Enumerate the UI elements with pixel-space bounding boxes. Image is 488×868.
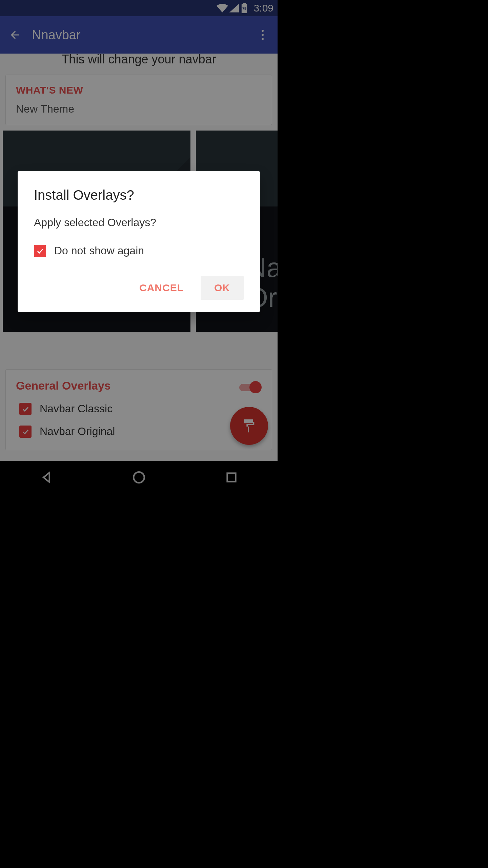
dialog-checkbox-row[interactable]: Do not show again [34,244,244,257]
dialog-checkbox-label: Do not show again [54,244,144,257]
checkbox-icon[interactable] [34,245,46,257]
dialog-message: Apply selected Overlays? [34,216,244,229]
install-overlays-dialog: Install Overlays? Apply selected Overlay… [18,171,260,312]
cancel-button[interactable]: CANCEL [132,276,191,300]
ok-button[interactable]: OK [201,276,244,300]
dialog-title: Install Overlays? [34,188,244,203]
